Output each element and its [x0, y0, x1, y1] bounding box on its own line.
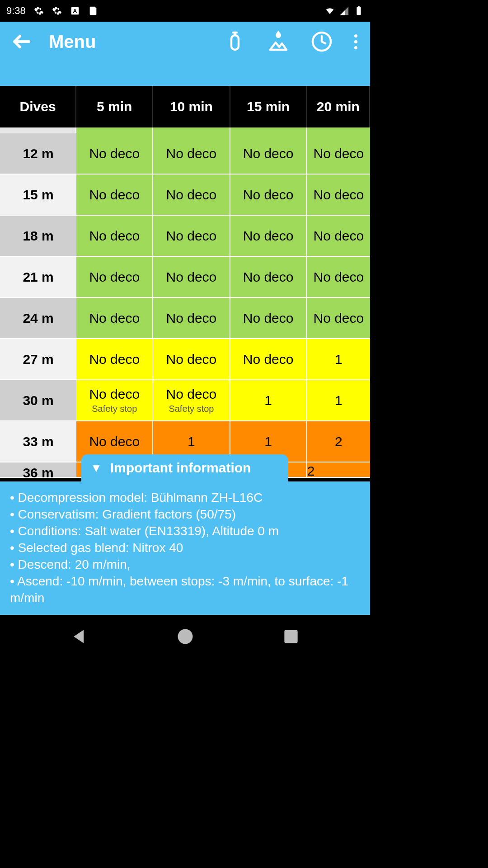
value-cell[interactable]: No deco	[153, 257, 230, 298]
table-row[interactable]: 18 mNo decoNo decoNo decoNo deco	[0, 216, 370, 257]
depth-cell: 27 m	[0, 339, 76, 380]
value-cell[interactable]: 1	[307, 380, 370, 421]
depth-cell: 33 m	[0, 421, 76, 462]
table-row[interactable]: 15 mNo decoNo decoNo decoNo deco	[0, 175, 370, 216]
value-cell[interactable]: No deco	[153, 339, 230, 380]
depth-cell: 36 m	[0, 462, 76, 478]
back-icon[interactable]	[11, 31, 33, 52]
gear-icon	[52, 6, 62, 16]
nav-bar	[0, 615, 370, 658]
value-cell[interactable]: No deco	[153, 298, 230, 339]
info-line: • Ascend: -10 m/min, between stops: -3 m…	[10, 573, 360, 607]
table-row[interactable]: 27 mNo decoNo decoNo deco1	[0, 339, 370, 380]
svg-rect-2	[357, 7, 361, 15]
depth-cell: 12 m	[0, 133, 76, 175]
value-cell[interactable]: No deco	[153, 133, 230, 175]
header-col-0: 5 min	[76, 86, 153, 127]
wifi-icon	[325, 6, 335, 16]
value-cell[interactable]: No deco	[76, 339, 153, 380]
info-toggle[interactable]: ▼ Important information	[81, 454, 288, 481]
value-cell[interactable]: No deco	[76, 175, 153, 216]
value-cell[interactable]: No deco	[307, 298, 370, 339]
deco-table[interactable]: Dives 5 min 10 min 15 min 20 min 12 mNo …	[0, 86, 370, 479]
gear-icon	[34, 6, 44, 16]
value-cell[interactable]: No deco	[76, 133, 153, 175]
value-cell[interactable]: No deco	[230, 216, 307, 257]
value-cell[interactable]: No deco	[307, 216, 370, 257]
table-row[interactable]: 24 mNo decoNo decoNo decoNo deco	[0, 298, 370, 339]
value-cell[interactable]: No deco	[76, 257, 153, 298]
info-line: • Conservatism: Gradient factors (50/75)	[10, 506, 360, 523]
font-icon: A	[70, 6, 80, 16]
mountain-drop-icon[interactable]	[267, 31, 289, 52]
depth-cell: 21 m	[0, 257, 76, 298]
value-cell[interactable]: No deco	[230, 175, 307, 216]
more-icon[interactable]	[354, 34, 357, 49]
svg-rect-3	[358, 6, 360, 7]
table-header: Dives 5 min 10 min 15 min 20 min	[0, 86, 370, 127]
tank-icon[interactable]	[224, 31, 246, 52]
value-cell[interactable]: No deco	[230, 298, 307, 339]
collapse-arrow-icon: ▼	[90, 461, 102, 475]
app-bar: Menu	[0, 22, 370, 86]
value-cell[interactable]: 2	[307, 462, 370, 478]
value-cell[interactable]: No deco	[76, 298, 153, 339]
value-cell[interactable]: No decoSafety stop	[153, 380, 230, 421]
header-col-1: 10 min	[153, 86, 230, 127]
info-line: • Decompression model: Bühlmann ZH-L16C	[10, 490, 360, 506]
value-cell[interactable]: No deco	[230, 257, 307, 298]
value-cell[interactable]: No deco	[153, 216, 230, 257]
clock-icon[interactable]	[311, 31, 333, 52]
info-line: • Descend: 20 m/min,	[10, 557, 360, 573]
nav-recent-icon[interactable]	[281, 627, 301, 646]
header-dives: Dives	[0, 86, 76, 127]
svg-point-6	[178, 629, 192, 644]
info-panel: ▼ Important information • Decompression …	[0, 481, 370, 615]
value-cell[interactable]: No deco	[307, 175, 370, 216]
status-bar: 9:38 A	[0, 0, 370, 22]
value-cell[interactable]: No deco	[307, 257, 370, 298]
status-time: 9:38	[6, 5, 26, 17]
svg-rect-7	[284, 630, 297, 643]
page-title: Menu	[49, 32, 96, 52]
sd-card-icon	[88, 6, 98, 16]
table-row[interactable]: 30 mNo decoSafety stopNo decoSafety stop…	[0, 380, 370, 421]
info-line: • Conditions: Salt water (EN13319), Alti…	[10, 523, 360, 540]
depth-cell: 15 m	[0, 175, 76, 216]
value-cell[interactable]: No deco	[76, 216, 153, 257]
value-cell[interactable]: No deco	[230, 339, 307, 380]
value-cell[interactable]: 1	[230, 380, 307, 421]
info-title: Important information	[110, 460, 251, 476]
battery-icon	[354, 6, 364, 16]
table-row[interactable]: 12 mNo decoNo decoNo decoNo deco	[0, 133, 370, 175]
header-col-2: 15 min	[230, 86, 307, 127]
value-cell[interactable]: No decoSafety stop	[76, 380, 153, 421]
depth-cell: 18 m	[0, 216, 76, 257]
value-cell[interactable]: 2	[307, 421, 370, 462]
value-cell[interactable]: No deco	[307, 133, 370, 175]
table-row[interactable]: 21 mNo decoNo decoNo decoNo deco	[0, 257, 370, 298]
svg-text:A: A	[73, 8, 77, 14]
value-cell[interactable]: No deco	[153, 175, 230, 216]
nav-back-icon[interactable]	[70, 627, 89, 646]
value-cell[interactable]: 1	[307, 339, 370, 380]
header-col-3: 20 min	[307, 86, 370, 127]
info-line: • Selected gas blend: Nitrox 40	[10, 540, 360, 557]
info-body: • Decompression model: Bühlmann ZH-L16C•…	[0, 481, 370, 615]
svg-rect-4	[231, 35, 239, 50]
depth-cell: 24 m	[0, 298, 76, 339]
value-cell[interactable]: No deco	[230, 133, 307, 175]
signal-icon	[339, 6, 349, 16]
nav-home-icon[interactable]	[175, 627, 195, 646]
depth-cell: 30 m	[0, 380, 76, 421]
